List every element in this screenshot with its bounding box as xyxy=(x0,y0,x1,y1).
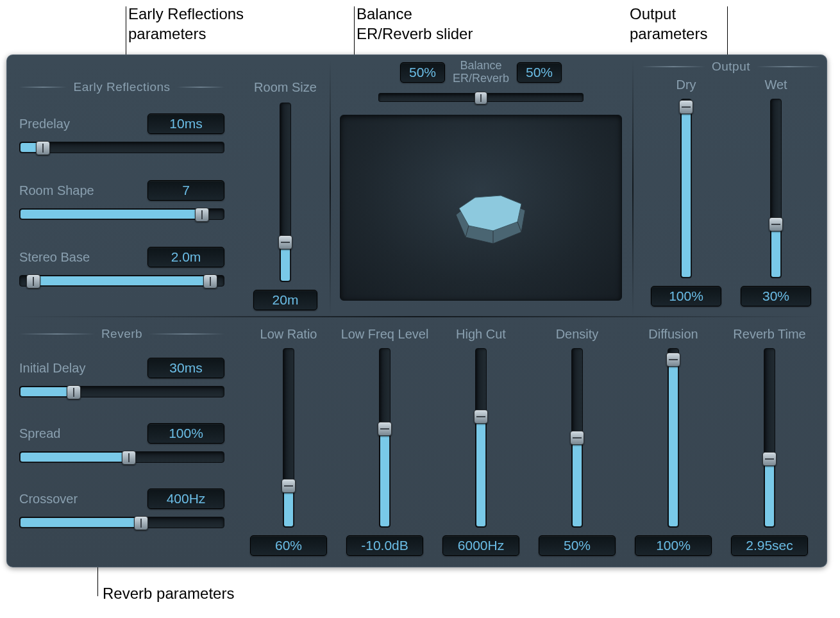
callout-reverb: Reverb parameters xyxy=(103,583,234,603)
initial-delay-value[interactable]: 30ms xyxy=(147,358,224,378)
stereo-base-slider[interactable] xyxy=(19,275,224,287)
crossover-value[interactable]: 400Hz xyxy=(147,489,224,509)
crossover-label: Crossover xyxy=(19,492,78,506)
initial-delay-label: Initial Delay xyxy=(19,361,85,376)
dry-value[interactable]: 100% xyxy=(651,286,721,306)
initial-delay-slider[interactable] xyxy=(19,386,224,397)
density-value[interactable]: 50% xyxy=(539,535,616,556)
balance-slider[interactable] xyxy=(378,93,584,102)
room-shape-value[interactable]: 7 xyxy=(147,180,224,201)
callout-early-reflections: Early Reflections parameters xyxy=(128,4,244,44)
room-visualization xyxy=(340,115,622,301)
callout-output: Output parameters xyxy=(630,4,707,44)
reverb-time-label: Reverb Time xyxy=(733,327,805,342)
early-reflections-header: Early Reflections xyxy=(19,80,224,94)
wet-value[interactable]: 30% xyxy=(741,286,811,306)
low-freq-value[interactable]: -10.0dB xyxy=(346,535,423,556)
room-size-slider[interactable] xyxy=(280,103,291,282)
balance-label-top: Balance xyxy=(453,60,509,72)
room-shape-slider[interactable] xyxy=(19,208,224,220)
high-cut-value[interactable]: 6000Hz xyxy=(442,535,519,556)
high-cut-label: High Cut xyxy=(456,327,506,342)
stereo-base-value[interactable]: 2.0m xyxy=(147,247,224,267)
early-reflections-title: Early Reflections xyxy=(73,80,170,94)
balance-right-value[interactable]: 50% xyxy=(517,62,562,83)
low-ratio-label: Low Ratio xyxy=(260,327,317,342)
wet-label: Wet xyxy=(764,78,787,92)
wet-slider[interactable] xyxy=(770,99,782,278)
low-freq-slider[interactable] xyxy=(379,348,391,528)
predelay-label: Predelay xyxy=(19,117,70,131)
diffusion-slider[interactable] xyxy=(668,348,679,528)
reverb-time-slider[interactable] xyxy=(764,348,775,528)
output-header: Output xyxy=(641,60,821,74)
reverb-header: Reverb xyxy=(19,327,224,341)
diffusion-label: Diffusion xyxy=(648,327,698,342)
room-size-label: Room Size xyxy=(250,80,321,95)
low-freq-label: Low Freq Level xyxy=(341,327,429,342)
callout-balance: Balance ER/Reverb slider xyxy=(357,4,473,44)
low-ratio-slider[interactable] xyxy=(283,348,294,528)
crossover-slider[interactable] xyxy=(19,517,224,528)
density-label: Density xyxy=(556,327,599,342)
low-ratio-value[interactable]: 60% xyxy=(250,535,327,556)
balance-left-value[interactable]: 50% xyxy=(400,62,445,83)
balance-label-bottom: ER/Reverb xyxy=(453,72,509,85)
spread-label: Spread xyxy=(19,426,61,441)
room-shape-label: Room Shape xyxy=(19,183,94,198)
predelay-slider[interactable] xyxy=(19,142,224,153)
plugin-panel: Early Reflections Predelay 10ms Room Sha… xyxy=(6,54,827,567)
reverb-time-value[interactable]: 2.95sec xyxy=(731,535,808,556)
room-shape-icon xyxy=(340,115,623,301)
spread-value[interactable]: 100% xyxy=(147,423,224,444)
output-title: Output xyxy=(712,60,750,74)
diffusion-value[interactable]: 100% xyxy=(635,535,712,556)
reverb-title: Reverb xyxy=(101,327,142,341)
spread-slider[interactable] xyxy=(19,451,224,463)
room-size-value[interactable]: 20m xyxy=(253,290,317,310)
dry-slider[interactable] xyxy=(680,99,692,278)
density-slider[interactable] xyxy=(571,348,583,528)
dry-label: Dry xyxy=(676,78,696,92)
stereo-base-label: Stereo Base xyxy=(19,250,90,265)
high-cut-slider[interactable] xyxy=(475,348,487,528)
predelay-value[interactable]: 10ms xyxy=(147,113,224,134)
